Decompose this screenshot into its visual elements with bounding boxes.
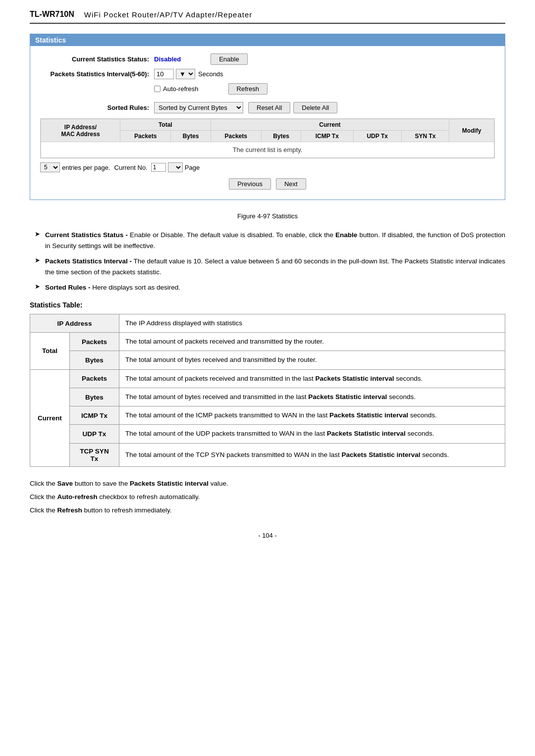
tcp-syn-tx-desc: The total amount of the TCP SYN packets … bbox=[119, 443, 505, 466]
bullet-item-3: ➤ Sorted Rules - Here displays sort as d… bbox=[30, 282, 505, 293]
bullet-arrow-2: ➤ bbox=[35, 256, 40, 264]
stats-table-container: IP Address/MAC Address Total Current Mod… bbox=[40, 118, 495, 158]
reset-all-button[interactable]: Reset All bbox=[248, 102, 290, 113]
bullet-text-1: Current Statistics Status - Enable or Di… bbox=[45, 230, 505, 251]
col-syn-tx: SYN Tx bbox=[401, 131, 449, 142]
description-table: IP Address The IP Address displayed with… bbox=[30, 314, 505, 467]
desc-row-icmp: ICMP Tx The total amount of the ICMP pac… bbox=[30, 406, 505, 425]
page-number: - 104 - bbox=[30, 532, 505, 539]
interval-input[interactable] bbox=[154, 69, 174, 79]
desc-row-current-bytes: Bytes The total amount of bytes received… bbox=[30, 388, 505, 406]
bullet-arrow-3: ➤ bbox=[35, 283, 40, 290]
desc-row-total-packets: Total Packets The total amount of packet… bbox=[30, 333, 505, 351]
status-label: Current Statistics Status: bbox=[40, 55, 149, 63]
ip-address-header: IP Address bbox=[30, 314, 119, 332]
col-modify: Modify bbox=[449, 119, 494, 142]
desc-row-total-bytes: Bytes The total amount of bytes received… bbox=[30, 351, 505, 369]
entries-label: entries per page. bbox=[62, 164, 110, 171]
total-bytes-header: Bytes bbox=[70, 351, 119, 369]
desc-row-udp: UDP Tx The total amount of the UDP packe… bbox=[30, 425, 505, 443]
sorted-rules-select[interactable]: Sorted by Current Bytes bbox=[154, 102, 243, 113]
udp-tx-desc: The total amount of the UDP packets tran… bbox=[119, 425, 505, 443]
bullet-item-1: ➤ Current Statistics Status - Enable or … bbox=[30, 230, 505, 251]
desc-row-ip: IP Address The IP Address displayed with… bbox=[30, 314, 505, 332]
col-current-packets: Packets bbox=[211, 131, 261, 142]
total-row-header: Total bbox=[30, 333, 70, 370]
stats-table: IP Address/MAC Address Total Current Mod… bbox=[41, 119, 494, 158]
seconds-label: Seconds bbox=[198, 70, 223, 78]
interval-row: Packets Statistics Interval(5-60): ▼ Sec… bbox=[40, 69, 495, 79]
sorted-rules-label: Sorted Rules: bbox=[40, 104, 149, 111]
page-number-input[interactable] bbox=[151, 163, 166, 172]
autorefresh-label: Auto-refresh bbox=[163, 85, 199, 93]
bullet-text-2: Packets Statistics Interval - The defaul… bbox=[45, 256, 505, 277]
current-no-label: Current No. bbox=[114, 164, 148, 171]
bullet-label-2: Packets Statistics Interval - bbox=[45, 257, 132, 265]
icmp-tx-desc: The total amount of the ICMP packets tra… bbox=[119, 406, 505, 425]
current-bytes-desc: The total amount of bytes received and t… bbox=[119, 388, 505, 406]
icmp-tx-header: ICMP Tx bbox=[70, 406, 119, 425]
sorted-rules-row: Sorted Rules: Sorted by Current Bytes Re… bbox=[40, 102, 495, 113]
bullet-item-2: ➤ Packets Statistics Interval - The defa… bbox=[30, 256, 505, 277]
footer-note-1: Click the Save button to save the Packet… bbox=[30, 477, 505, 490]
col-current: Current bbox=[211, 119, 449, 131]
bullet-text-3: Sorted Rules - Here displays sort as des… bbox=[45, 282, 180, 293]
footer-note-2: Click the Auto-refresh checkbox to refre… bbox=[30, 490, 505, 504]
ip-address-desc: The IP Address displayed with statistics bbox=[119, 314, 505, 332]
empty-message: The current list is empty. bbox=[41, 142, 494, 158]
nav-buttons: Previous Next bbox=[40, 178, 495, 190]
autorefresh-checkbox[interactable] bbox=[154, 86, 160, 92]
enable-button[interactable]: Enable bbox=[211, 53, 247, 65]
model-name: TL-WR710N bbox=[30, 10, 74, 19]
enable-inline: Enable bbox=[335, 231, 357, 239]
page-header: TL-WR710N WiFi Pocket Router/AP/TV Adapt… bbox=[30, 10, 505, 24]
current-row-header: Current bbox=[30, 369, 70, 466]
footer-notes: Click the Save button to save the Packet… bbox=[30, 477, 505, 517]
bullet-label-3: Sorted Rules - bbox=[45, 284, 91, 291]
next-button[interactable]: Next bbox=[276, 178, 306, 190]
bullet-section: ➤ Current Statistics Status - Enable or … bbox=[30, 230, 505, 293]
col-total: Total bbox=[120, 119, 211, 131]
figure-caption: Figure 4-97 Statistics bbox=[30, 212, 505, 220]
col-total-packets: Packets bbox=[120, 131, 171, 142]
udp-tx-header: UDP Tx bbox=[70, 425, 119, 443]
previous-button[interactable]: Previous bbox=[229, 178, 271, 190]
total-bytes-desc: The total amount of bytes received and t… bbox=[119, 351, 505, 369]
col-current-bytes: Bytes bbox=[261, 131, 301, 142]
stats-table-section-title: Statistics Table: bbox=[30, 301, 505, 309]
col-ip-address: IP Address/MAC Address bbox=[41, 119, 120, 142]
statistics-title: Statistics bbox=[30, 34, 505, 46]
status-row: Current Statistics Status: Disabled Enab… bbox=[40, 53, 495, 65]
entries-per-page-select[interactable]: 5 10 20 bbox=[40, 162, 60, 172]
page-select[interactable]: ▼ bbox=[168, 162, 183, 172]
page-label: Page bbox=[185, 164, 200, 171]
desc-row-current-packets: Current Packets The total amount of pack… bbox=[30, 369, 505, 388]
interval-select[interactable]: ▼ bbox=[176, 69, 195, 79]
current-packets-header: Packets bbox=[70, 369, 119, 388]
pagination-row: 5 10 20 entries per page. Current No. ▼ … bbox=[40, 162, 495, 172]
empty-row: The current list is empty. bbox=[41, 142, 494, 158]
refresh-button[interactable]: Refresh bbox=[228, 83, 268, 95]
interval-label: Packets Statistics Interval(5-60): bbox=[40, 70, 149, 78]
total-packets-header: Packets bbox=[70, 333, 119, 351]
current-packets-desc: The total amount of packets received and… bbox=[119, 369, 505, 388]
current-bytes-header: Bytes bbox=[70, 388, 119, 406]
col-udp-tx: UDP Tx bbox=[353, 131, 401, 142]
tcp-syn-tx-header: TCP SYN Tx bbox=[70, 443, 119, 466]
total-packets-desc: The total amount of packets received and… bbox=[119, 333, 505, 351]
desc-row-tcpsyn: TCP SYN Tx The total amount of the TCP S… bbox=[30, 443, 505, 466]
col-total-bytes: Bytes bbox=[171, 131, 211, 142]
status-value: Disabled bbox=[154, 55, 181, 63]
statistics-panel: Statistics Current Statistics Status: Di… bbox=[30, 34, 505, 200]
footer-note-3: Click the Refresh button to refresh imme… bbox=[30, 504, 505, 517]
bullet-arrow-1: ➤ bbox=[35, 230, 40, 238]
bullet-label-1: Current Statistics Status - bbox=[45, 231, 128, 239]
device-description: WiFi Pocket Router/AP/TV Adapter/Repeate… bbox=[84, 10, 252, 19]
col-icmp-tx: ICMP Tx bbox=[301, 131, 353, 142]
delete-all-button[interactable]: Delete All bbox=[293, 102, 337, 113]
